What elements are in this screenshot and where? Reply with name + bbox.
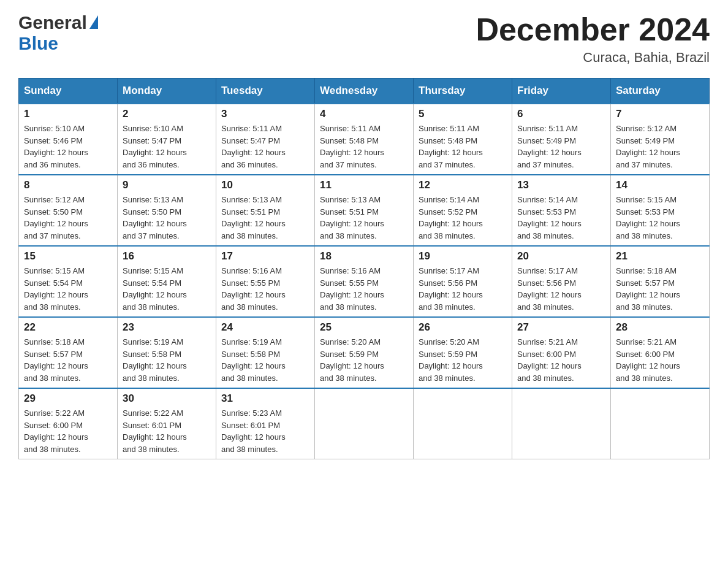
day-info: Sunrise: 5:13 AM Sunset: 5:51 PM Dayligh…: [320, 194, 408, 242]
day-number: 10: [221, 179, 309, 191]
month-title: December 2024: [476, 12, 710, 47]
day-number: 13: [517, 179, 605, 191]
day-info: Sunrise: 5:11 AM Sunset: 5:48 PM Dayligh…: [419, 123, 507, 170]
day-cell: 25 Sunrise: 5:20 AM Sunset: 5:59 PM Dayl…: [315, 317, 414, 388]
col-header-friday: Friday: [512, 79, 611, 104]
day-number: 16: [123, 250, 211, 262]
day-info: Sunrise: 5:15 AM Sunset: 5:53 PM Dayligh…: [616, 194, 704, 242]
calendar-table: SundayMondayTuesdayWednesdayThursdayFrid…: [18, 78, 710, 459]
day-info: Sunrise: 5:16 AM Sunset: 5:55 PM Dayligh…: [320, 265, 408, 313]
page-header: General Blue December 2024 Curaca, Bahia…: [18, 12, 710, 66]
day-info: Sunrise: 5:16 AM Sunset: 5:55 PM Dayligh…: [221, 265, 309, 313]
title-section: December 2024 Curaca, Bahia, Brazil: [476, 12, 710, 66]
day-info: Sunrise: 5:11 AM Sunset: 5:49 PM Dayligh…: [517, 123, 605, 170]
day-info: Sunrise: 5:12 AM Sunset: 5:49 PM Dayligh…: [616, 123, 704, 170]
week-row-5: 29 Sunrise: 5:22 AM Sunset: 6:00 PM Dayl…: [19, 388, 710, 459]
day-info: Sunrise: 5:15 AM Sunset: 5:54 PM Dayligh…: [123, 265, 211, 313]
week-row-4: 22 Sunrise: 5:18 AM Sunset: 5:57 PM Dayl…: [19, 317, 710, 388]
day-info: Sunrise: 5:17 AM Sunset: 5:56 PM Dayligh…: [419, 265, 507, 313]
day-cell: 2 Sunrise: 5:10 AM Sunset: 5:47 PM Dayli…: [118, 104, 216, 175]
day-cell: 24 Sunrise: 5:19 AM Sunset: 5:58 PM Dayl…: [216, 317, 315, 388]
day-info: Sunrise: 5:21 AM Sunset: 6:00 PM Dayligh…: [517, 336, 605, 384]
day-number: 7: [616, 108, 704, 120]
day-number: 11: [320, 179, 408, 191]
day-number: 28: [616, 321, 704, 334]
day-number: 25: [320, 321, 408, 334]
day-cell: [512, 388, 611, 459]
day-cell: 27 Sunrise: 5:21 AM Sunset: 6:00 PM Dayl…: [512, 317, 611, 388]
day-info: Sunrise: 5:21 AM Sunset: 6:00 PM Dayligh…: [616, 336, 704, 384]
day-number: 20: [517, 250, 605, 262]
day-info: Sunrise: 5:17 AM Sunset: 5:56 PM Dayligh…: [517, 265, 605, 313]
day-info: Sunrise: 5:13 AM Sunset: 5:51 PM Dayligh…: [221, 194, 309, 242]
day-cell: 13 Sunrise: 5:14 AM Sunset: 5:53 PM Dayl…: [512, 175, 611, 246]
day-cell: 21 Sunrise: 5:18 AM Sunset: 5:57 PM Dayl…: [611, 246, 710, 317]
day-cell: 15 Sunrise: 5:15 AM Sunset: 5:54 PM Dayl…: [19, 246, 118, 317]
day-info: Sunrise: 5:14 AM Sunset: 5:53 PM Dayligh…: [517, 194, 605, 242]
day-cell: 28 Sunrise: 5:21 AM Sunset: 6:00 PM Dayl…: [611, 317, 710, 388]
logo: General Blue: [18, 12, 98, 54]
col-header-tuesday: Tuesday: [216, 79, 315, 104]
week-row-1: 1 Sunrise: 5:10 AM Sunset: 5:46 PM Dayli…: [19, 104, 710, 175]
day-number: 29: [24, 393, 112, 405]
day-info: Sunrise: 5:18 AM Sunset: 5:57 PM Dayligh…: [616, 265, 704, 313]
day-info: Sunrise: 5:10 AM Sunset: 5:46 PM Dayligh…: [24, 123, 112, 170]
day-info: Sunrise: 5:15 AM Sunset: 5:54 PM Dayligh…: [24, 265, 112, 313]
day-info: Sunrise: 5:23 AM Sunset: 6:01 PM Dayligh…: [221, 407, 309, 455]
day-cell: 26 Sunrise: 5:20 AM Sunset: 5:59 PM Dayl…: [414, 317, 512, 388]
day-cell: 30 Sunrise: 5:22 AM Sunset: 6:01 PM Dayl…: [118, 388, 216, 459]
day-number: 2: [123, 108, 211, 120]
day-cell: [315, 388, 414, 459]
day-info: Sunrise: 5:12 AM Sunset: 5:50 PM Dayligh…: [24, 194, 112, 242]
calendar-header-row: SundayMondayTuesdayWednesdayThursdayFrid…: [19, 79, 710, 104]
col-header-saturday: Saturday: [611, 79, 710, 104]
day-cell: 23 Sunrise: 5:19 AM Sunset: 5:58 PM Dayl…: [118, 317, 216, 388]
day-number: 26: [419, 321, 507, 334]
day-cell: 5 Sunrise: 5:11 AM Sunset: 5:48 PM Dayli…: [414, 104, 512, 175]
day-cell: 3 Sunrise: 5:11 AM Sunset: 5:47 PM Dayli…: [216, 104, 315, 175]
day-cell: 29 Sunrise: 5:22 AM Sunset: 6:00 PM Dayl…: [19, 388, 118, 459]
day-number: 21: [616, 250, 704, 262]
day-cell: [611, 388, 710, 459]
day-cell: 11 Sunrise: 5:13 AM Sunset: 5:51 PM Dayl…: [315, 175, 414, 246]
day-cell: 4 Sunrise: 5:11 AM Sunset: 5:48 PM Dayli…: [315, 104, 414, 175]
day-info: Sunrise: 5:19 AM Sunset: 5:58 PM Dayligh…: [123, 336, 211, 384]
day-info: Sunrise: 5:22 AM Sunset: 6:00 PM Dayligh…: [24, 407, 112, 455]
col-header-thursday: Thursday: [414, 79, 512, 104]
week-row-2: 8 Sunrise: 5:12 AM Sunset: 5:50 PM Dayli…: [19, 175, 710, 246]
day-info: Sunrise: 5:11 AM Sunset: 5:47 PM Dayligh…: [221, 123, 309, 170]
day-cell: 10 Sunrise: 5:13 AM Sunset: 5:51 PM Dayl…: [216, 175, 315, 246]
day-number: 14: [616, 179, 704, 191]
day-info: Sunrise: 5:14 AM Sunset: 5:52 PM Dayligh…: [419, 194, 507, 242]
day-cell: 22 Sunrise: 5:18 AM Sunset: 5:57 PM Dayl…: [19, 317, 118, 388]
day-info: Sunrise: 5:20 AM Sunset: 5:59 PM Dayligh…: [419, 336, 507, 384]
day-cell: 1 Sunrise: 5:10 AM Sunset: 5:46 PM Dayli…: [19, 104, 118, 175]
day-cell: 14 Sunrise: 5:15 AM Sunset: 5:53 PM Dayl…: [611, 175, 710, 246]
col-header-wednesday: Wednesday: [315, 79, 414, 104]
col-header-sunday: Sunday: [19, 79, 118, 104]
day-number: 12: [419, 179, 507, 191]
day-number: 6: [517, 108, 605, 120]
day-info: Sunrise: 5:19 AM Sunset: 5:58 PM Dayligh…: [221, 336, 309, 384]
location: Curaca, Bahia, Brazil: [476, 50, 710, 66]
day-info: Sunrise: 5:22 AM Sunset: 6:01 PM Dayligh…: [123, 407, 211, 455]
day-number: 23: [123, 321, 211, 334]
day-number: 9: [123, 179, 211, 191]
day-number: 1: [24, 108, 112, 120]
day-cell: 19 Sunrise: 5:17 AM Sunset: 5:56 PM Dayl…: [414, 246, 512, 317]
day-cell: 8 Sunrise: 5:12 AM Sunset: 5:50 PM Dayli…: [19, 175, 118, 246]
day-cell: 7 Sunrise: 5:12 AM Sunset: 5:49 PM Dayli…: [611, 104, 710, 175]
logo-triangle-icon: [89, 15, 98, 29]
day-number: 19: [419, 250, 507, 262]
day-cell: 12 Sunrise: 5:14 AM Sunset: 5:52 PM Dayl…: [414, 175, 512, 246]
col-header-monday: Monday: [118, 79, 216, 104]
day-number: 31: [221, 393, 309, 405]
day-cell: 17 Sunrise: 5:16 AM Sunset: 5:55 PM Dayl…: [216, 246, 315, 317]
day-cell: [414, 388, 512, 459]
day-cell: 31 Sunrise: 5:23 AM Sunset: 6:01 PM Dayl…: [216, 388, 315, 459]
day-number: 3: [221, 108, 309, 120]
day-info: Sunrise: 5:13 AM Sunset: 5:50 PM Dayligh…: [123, 194, 211, 242]
day-cell: 6 Sunrise: 5:11 AM Sunset: 5:49 PM Dayli…: [512, 104, 611, 175]
day-number: 15: [24, 250, 112, 262]
day-cell: 18 Sunrise: 5:16 AM Sunset: 5:55 PM Dayl…: [315, 246, 414, 317]
